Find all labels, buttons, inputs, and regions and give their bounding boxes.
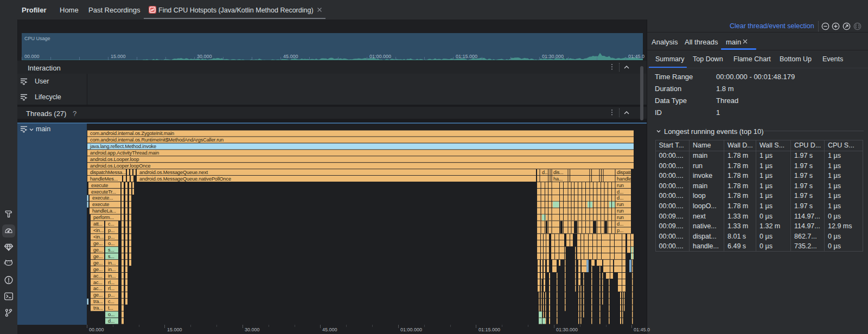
svg-text:android.os.MessageQueue.native: android.os.MessageQueue.nativePollOnce: [139, 176, 231, 182]
svg-text:ge...: ge...: [93, 292, 103, 298]
svg-text:android.os.MessageQueue.next: android.os.MessageQueue.next: [139, 170, 208, 175]
svg-text:ac...: ac...: [93, 286, 103, 291]
svg-text:executeTr...: executeTr...: [91, 189, 116, 195]
svg-text:handleMes...: handleMes...: [90, 176, 118, 182]
svg-text:p...: p...: [617, 228, 623, 233]
svg-text:ha...: ha...: [553, 176, 563, 182]
svg-text:handleLa...: handleLa...: [92, 208, 116, 214]
svg-text:s...: s...: [108, 254, 114, 259]
svg-text:d...: d...: [617, 195, 623, 201]
svg-text:ge...: ge...: [93, 241, 103, 246]
svg-text:java.lang.reflect.Method.invok: java.lang.reflect.Method.invoke: [90, 144, 156, 149]
svg-text:android.os.Looper.loopOnce: android.os.Looper.loopOnce: [90, 163, 151, 169]
svg-text:android.app.ActivityThread.mai: android.app.ActivityThread.main: [90, 150, 159, 156]
svg-text:dis...: dis...: [553, 170, 564, 175]
svg-text:tra...: tra...: [93, 305, 103, 311]
svg-text:in...: in...: [108, 273, 116, 279]
svg-text:o...: o...: [108, 312, 114, 317]
svg-text:in...: in...: [108, 267, 116, 272]
svg-text:execute: execute: [91, 183, 108, 188]
svg-text:in...: in...: [108, 260, 116, 266]
svg-text:ge...: ge...: [93, 267, 103, 272]
svg-text:<in...: <in...: [93, 228, 104, 233]
svg-text:rl...: rl...: [108, 286, 114, 291]
svg-text:ge...: ge...: [93, 254, 103, 259]
svg-text:o...: o...: [108, 241, 114, 246]
svg-text:p...: p...: [108, 228, 114, 233]
svg-text:ge...: ge...: [93, 247, 103, 253]
svg-text:p...: p...: [108, 234, 114, 240]
svg-text:com.android.internal.os.Runtim: com.android.internal.os.RuntimeInit$Meth…: [90, 137, 224, 143]
svg-text:run: run: [617, 215, 624, 220]
svg-text:dispatc...: dispatc...: [617, 170, 636, 175]
svg-text:t...: t...: [108, 305, 113, 311]
svg-text:d...: d...: [108, 318, 114, 324]
svg-text:ac...: ac...: [93, 280, 103, 285]
svg-text:rl...: rl...: [108, 280, 114, 285]
svg-text:execute...: execute...: [92, 195, 113, 201]
svg-text:perform...: perform...: [93, 215, 114, 220]
svg-text:ge...: ge...: [93, 260, 103, 266]
svg-text:att...: att...: [93, 221, 103, 227]
svg-text:d...: d...: [542, 170, 548, 175]
svg-text:tra...: tra...: [93, 299, 103, 304]
svg-text:d...: d...: [617, 189, 623, 195]
svg-text:run: run: [617, 208, 624, 214]
svg-text:p...: p...: [108, 292, 114, 298]
svg-text:ac...: ac...: [93, 273, 103, 279]
svg-text:s...: s...: [108, 247, 114, 253]
svg-text:d...: d...: [617, 221, 623, 227]
svg-text:execute: execute: [92, 202, 109, 207]
svg-text:run: run: [617, 202, 624, 207]
svg-text:com.android.internal.os.Zygote: com.android.internal.os.ZygoteInit.main: [90, 131, 174, 136]
svg-text:run: run: [617, 183, 624, 188]
svg-text:c...: c...: [108, 299, 114, 304]
svg-text:<in...: <in...: [93, 234, 104, 240]
svg-text:dispatchMessa...: dispatchMessa...: [90, 170, 126, 175]
svg-text:android.os.Looper.loop: android.os.Looper.loop: [90, 157, 139, 162]
svg-text:handle...: handle...: [617, 176, 635, 182]
svg-text:c...: c...: [108, 221, 114, 227]
